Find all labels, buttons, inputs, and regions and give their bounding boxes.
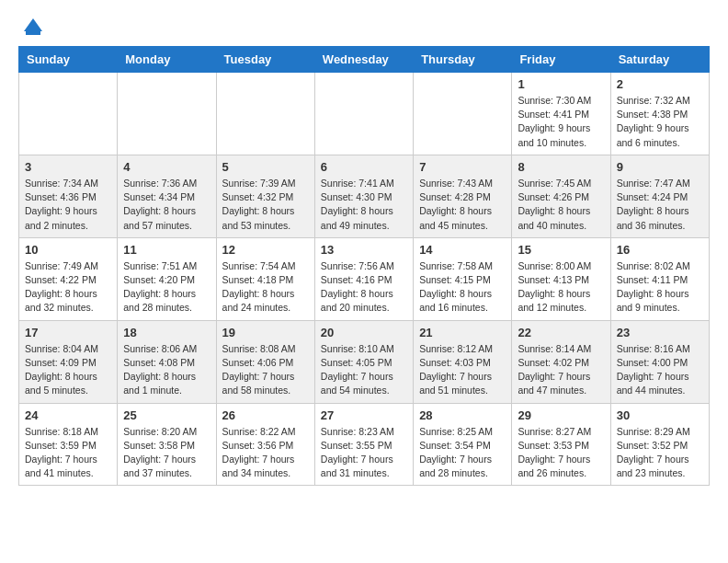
day-info: Sunrise: 8:02 AM Sunset: 4:11 PM Dayligh…	[617, 259, 703, 316]
calendar-cell: 21Sunrise: 8:12 AM Sunset: 4:03 PM Dayli…	[414, 320, 512, 403]
day-info: Sunrise: 8:12 AM Sunset: 4:03 PM Dayligh…	[419, 342, 506, 398]
day-number: 25	[123, 408, 210, 422]
day-info: Sunrise: 7:34 AM Sunset: 4:36 PM Dayligh…	[25, 177, 111, 233]
day-number: 19	[222, 326, 309, 339]
calendar-cell: 13Sunrise: 7:56 AM Sunset: 4:16 PM Dayli…	[314, 237, 413, 320]
day-info: Sunrise: 7:36 AM Sunset: 4:34 PM Dayligh…	[123, 177, 210, 233]
weekday-header-thursday: Thursday	[414, 47, 512, 73]
calendar-table: SundayMondayTuesdayWednesdayThursdayFrid…	[18, 46, 710, 486]
calendar-cell: 25Sunrise: 8:20 AM Sunset: 3:58 PM Dayli…	[118, 403, 216, 486]
day-number: 3	[25, 160, 111, 174]
calendar-cell: 1Sunrise: 7:30 AM Sunset: 4:41 PM Daylig…	[512, 73, 610, 155]
calendar-cell: 2Sunrise: 7:32 AM Sunset: 4:38 PM Daylig…	[610, 73, 709, 155]
day-info: Sunrise: 7:56 AM Sunset: 4:16 PM Dayligh…	[321, 259, 407, 316]
calendar-cell: 9Sunrise: 7:47 AM Sunset: 4:24 PM Daylig…	[610, 155, 709, 237]
day-info: Sunrise: 7:30 AM Sunset: 4:41 PM Dayligh…	[518, 94, 604, 150]
day-info: Sunrise: 8:14 AM Sunset: 4:02 PM Dayligh…	[518, 342, 604, 398]
calendar-cell: 16Sunrise: 8:02 AM Sunset: 4:11 PM Dayli…	[610, 237, 709, 320]
calendar-cell: 26Sunrise: 8:22 AM Sunset: 3:56 PM Dayli…	[216, 403, 314, 486]
weekday-header-sunday: Sunday	[19, 47, 118, 73]
calendar-cell: 5Sunrise: 7:39 AM Sunset: 4:32 PM Daylig…	[216, 155, 314, 237]
calendar-cell: 28Sunrise: 8:25 AM Sunset: 3:54 PM Dayli…	[414, 403, 512, 486]
day-number: 16	[617, 243, 703, 257]
weekday-header-tuesday: Tuesday	[216, 47, 314, 73]
calendar-cell: 24Sunrise: 8:18 AM Sunset: 3:59 PM Dayli…	[19, 403, 118, 486]
day-info: Sunrise: 8:04 AM Sunset: 4:09 PM Dayligh…	[25, 342, 111, 398]
calendar-cell	[216, 73, 314, 155]
day-number: 1	[518, 77, 604, 91]
day-number: 23	[617, 326, 703, 339]
day-info: Sunrise: 8:06 AM Sunset: 4:08 PM Dayligh…	[123, 342, 210, 398]
calendar-week-2: 3Sunrise: 7:34 AM Sunset: 4:36 PM Daylig…	[19, 155, 710, 237]
calendar-cell: 17Sunrise: 8:04 AM Sunset: 4:09 PM Dayli…	[19, 320, 118, 403]
calendar-cell	[314, 73, 413, 155]
calendar-cell: 18Sunrise: 8:06 AM Sunset: 4:08 PM Dayli…	[118, 320, 216, 403]
day-number: 28	[419, 408, 506, 422]
day-number: 5	[222, 160, 309, 174]
day-info: Sunrise: 8:25 AM Sunset: 3:54 PM Dayligh…	[419, 425, 506, 481]
svg-rect-1	[26, 31, 40, 35]
day-number: 24	[25, 408, 111, 422]
day-info: Sunrise: 8:00 AM Sunset: 4:13 PM Dayligh…	[518, 259, 604, 316]
day-number: 10	[25, 243, 111, 257]
calendar-cell: 22Sunrise: 8:14 AM Sunset: 4:02 PM Dayli…	[512, 320, 610, 403]
calendar-cell: 23Sunrise: 8:16 AM Sunset: 4:00 PM Dayli…	[610, 320, 709, 403]
day-number: 27	[321, 408, 407, 422]
day-info: Sunrise: 8:20 AM Sunset: 3:58 PM Dayligh…	[123, 425, 210, 481]
calendar-cell: 12Sunrise: 7:54 AM Sunset: 4:18 PM Dayli…	[216, 237, 314, 320]
calendar-cell: 20Sunrise: 8:10 AM Sunset: 4:05 PM Dayli…	[314, 320, 413, 403]
day-info: Sunrise: 7:45 AM Sunset: 4:26 PM Dayligh…	[518, 177, 604, 233]
day-number: 21	[419, 326, 506, 339]
day-number: 29	[518, 408, 604, 422]
svg-marker-0	[24, 18, 42, 31]
calendar-cell	[118, 73, 216, 155]
day-number: 2	[617, 77, 703, 91]
day-number: 15	[518, 243, 604, 257]
day-number: 30	[617, 408, 703, 422]
day-number: 11	[123, 243, 210, 257]
calendar-cell: 11Sunrise: 7:51 AM Sunset: 4:20 PM Dayli…	[118, 237, 216, 320]
header	[18, 15, 710, 37]
day-info: Sunrise: 8:29 AM Sunset: 3:52 PM Dayligh…	[617, 425, 703, 481]
day-info: Sunrise: 7:47 AM Sunset: 4:24 PM Dayligh…	[617, 177, 703, 233]
day-info: Sunrise: 7:43 AM Sunset: 4:28 PM Dayligh…	[419, 177, 506, 233]
calendar-week-3: 10Sunrise: 7:49 AM Sunset: 4:22 PM Dayli…	[19, 237, 710, 320]
calendar-cell: 30Sunrise: 8:29 AM Sunset: 3:52 PM Dayli…	[610, 403, 709, 486]
day-number: 6	[321, 160, 407, 174]
calendar-cell: 7Sunrise: 7:43 AM Sunset: 4:28 PM Daylig…	[414, 155, 512, 237]
day-info: Sunrise: 7:51 AM Sunset: 4:20 PM Dayligh…	[123, 259, 210, 316]
page: SundayMondayTuesdayWednesdayThursdayFrid…	[0, 0, 728, 500]
day-info: Sunrise: 8:08 AM Sunset: 4:06 PM Dayligh…	[222, 342, 309, 398]
logo-text	[18, 15, 48, 37]
calendar-cell: 3Sunrise: 7:34 AM Sunset: 4:36 PM Daylig…	[19, 155, 118, 237]
weekday-header-monday: Monday	[118, 47, 216, 73]
day-number: 17	[25, 326, 111, 339]
calendar-cell: 4Sunrise: 7:36 AM Sunset: 4:34 PM Daylig…	[118, 155, 216, 237]
day-info: Sunrise: 8:23 AM Sunset: 3:55 PM Dayligh…	[321, 425, 407, 481]
calendar-header-row: SundayMondayTuesdayWednesdayThursdayFrid…	[19, 47, 710, 73]
day-info: Sunrise: 8:22 AM Sunset: 3:56 PM Dayligh…	[222, 425, 309, 481]
day-number: 18	[123, 326, 210, 339]
weekday-header-friday: Friday	[512, 47, 610, 73]
day-number: 20	[321, 326, 407, 339]
day-number: 14	[419, 243, 506, 257]
day-info: Sunrise: 7:49 AM Sunset: 4:22 PM Dayligh…	[25, 259, 111, 316]
day-info: Sunrise: 7:58 AM Sunset: 4:15 PM Dayligh…	[419, 259, 506, 316]
day-info: Sunrise: 7:32 AM Sunset: 4:38 PM Dayligh…	[617, 94, 703, 150]
calendar-week-5: 24Sunrise: 8:18 AM Sunset: 3:59 PM Dayli…	[19, 403, 710, 486]
calendar-week-1: 1Sunrise: 7:30 AM Sunset: 4:41 PM Daylig…	[19, 73, 710, 155]
calendar-cell	[414, 73, 512, 155]
logo	[18, 15, 48, 37]
calendar-cell: 29Sunrise: 8:27 AM Sunset: 3:53 PM Dayli…	[512, 403, 610, 486]
weekday-header-saturday: Saturday	[610, 47, 709, 73]
day-number: 22	[518, 326, 604, 339]
calendar-cell: 14Sunrise: 7:58 AM Sunset: 4:15 PM Dayli…	[414, 237, 512, 320]
weekday-header-wednesday: Wednesday	[314, 47, 413, 73]
day-info: Sunrise: 8:27 AM Sunset: 3:53 PM Dayligh…	[518, 425, 604, 481]
day-info: Sunrise: 8:10 AM Sunset: 4:05 PM Dayligh…	[321, 342, 407, 398]
day-info: Sunrise: 7:39 AM Sunset: 4:32 PM Dayligh…	[222, 177, 309, 233]
calendar-cell: 6Sunrise: 7:41 AM Sunset: 4:30 PM Daylig…	[314, 155, 413, 237]
logo-icon	[20, 15, 46, 40]
day-number: 12	[222, 243, 309, 257]
day-info: Sunrise: 7:41 AM Sunset: 4:30 PM Dayligh…	[321, 177, 407, 233]
